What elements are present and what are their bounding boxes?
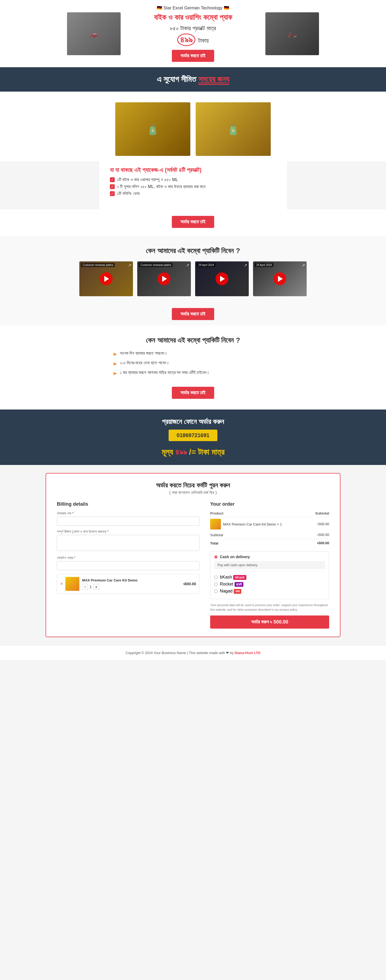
package-item-2: ২ টি সুপার পলিশ ২৫০ ML, বাইক ও কার উভয়ে… xyxy=(117,184,205,189)
phone-input[interactable] xyxy=(57,561,199,570)
package-heading: যা যা থাকছে এই প্যাকেজ-এ (সর্বমট ৪টি প্র… xyxy=(110,167,276,173)
hero-price-offer: ৪৯৯ xyxy=(177,33,195,46)
rocket-row: Rocket রকেট xyxy=(214,582,325,587)
nagad-radio[interactable] xyxy=(214,590,218,593)
video-grid: Customer reviewat pabha ↗ Customer revie… xyxy=(5,261,381,296)
why-heading-2: কেন আমাদের এই কম্বো প্যাকিটি নিবেন ? xyxy=(5,336,381,344)
bullet-icon-2: ➤ xyxy=(113,361,117,367)
hero-image-left: 🚗 xyxy=(67,12,121,55)
total-row: Total ৳500.00 xyxy=(210,539,329,547)
price-unit: টাকায় xyxy=(198,37,209,44)
qty-increase-button[interactable]: + xyxy=(93,584,99,590)
privacy-note: Your personal data will be used to proce… xyxy=(210,603,329,612)
phone-label: মোবাইল নম্বর * xyxy=(57,556,199,560)
benefit-item-3: ➤ ১ বার ব্যবহার করলে আপনার গাড়ির যাত্রে… xyxy=(113,370,273,377)
flag-right-icon: 🇩🇪 xyxy=(224,6,229,10)
order-item-name-text: MAX Premium Car Care Kit Demo xyxy=(223,522,276,526)
benefit-text-3: ১ বার ব্যবহার করলে আপনার গাড়ির যাত্রে স… xyxy=(120,370,209,375)
share-icon-1[interactable]: ↗ xyxy=(128,263,131,267)
cash-on-delivery-radio[interactable] xyxy=(214,555,218,559)
package-title-highlight: (সর্বমট ৪টি প্রডাক্ট) xyxy=(165,167,202,173)
total-label: Total xyxy=(210,539,309,547)
hero-price-line: ৮৫০ টাকার প্রডাক্ট মাত্র xyxy=(126,25,260,32)
play-button-2[interactable] xyxy=(158,272,171,285)
package-item-3: ১টি পলিশিং ফোম xyxy=(117,191,140,196)
phone-number[interactable]: 01869721691 xyxy=(169,430,217,441)
order-item-label: MAX Premium Car Care Kit Demo × 1 xyxy=(223,522,282,526)
hero-image-right: 🏍️ xyxy=(265,12,319,55)
benefit-item-1: ➤ অনেক দিন ব্যবহার করতে পারবেন। xyxy=(113,351,273,357)
list-item: ✓ ১টি বাইক ও কার ওয়াসার শ্যাম্পু = ৫৫০ … xyxy=(110,177,276,182)
package-title-normal: যা যা থাকছে এই প্যাকেজ-এ xyxy=(110,167,163,173)
payment-options: Cash on delivery Pay with cash upon deli… xyxy=(210,551,329,599)
package-items-list: ✓ ১টি বাইক ও কার ওয়াসার শ্যাম্পু = ৫৫০ … xyxy=(110,177,276,196)
name-label: নামকরার নাম * xyxy=(57,511,199,515)
address-input[interactable] xyxy=(57,535,199,551)
rocket-radio[interactable] xyxy=(214,582,218,586)
why-cta-button-2[interactable]: অর্ডার করতে চাই xyxy=(172,387,214,399)
check-icon-1: ✓ xyxy=(110,177,115,182)
price-display: মূল্য ৪৯৯ /= টাকা মাত্র xyxy=(5,447,381,457)
col-product-header: Product xyxy=(210,511,309,517)
share-icon-4[interactable]: ↗ xyxy=(302,263,305,267)
bkash-label: bKash bKash xyxy=(220,575,246,579)
order-box: অর্ডার করতে নিচের ফর্মটি পুরন করুন ( সার… xyxy=(46,473,340,637)
submit-order-button[interactable]: অর্ডার করুন ৳ 500.00 xyxy=(210,616,329,628)
name-input[interactable] xyxy=(57,517,199,526)
price-suffix: /= টাকা মাত্র xyxy=(189,447,224,457)
nagad-logo: নগদ xyxy=(234,589,241,594)
play-button-1[interactable] xyxy=(100,272,113,285)
video-thumb-4[interactable]: 29 April 2024 ↗ xyxy=(253,261,307,296)
flag-left-icon: 🇩🇪 xyxy=(157,6,162,10)
package-info-section: যা যা থাকছে এই প্যাকেজ-এ (সর্বমট ৪টি প্র… xyxy=(99,161,287,210)
hero-price-offer-wrap: ৪৯৯ টাকায় xyxy=(126,33,260,46)
product-images-section: 🧴 🧴 xyxy=(0,92,386,161)
address-label: সম্পূর্ণ ঠিকানা (জেলা ও থানা উল্লেখ করবে… xyxy=(57,530,199,534)
qty-decrease-button[interactable]: − xyxy=(82,584,88,590)
cart-item-price: ৳500.00 xyxy=(183,582,196,586)
hero-cta-button[interactable]: অর্ডার করতে চাই xyxy=(172,50,214,62)
cash-delivery-note: Pay with cash upon delivery. xyxy=(214,561,325,569)
video-thumb-1[interactable]: Customer reviewat pabha ↗ xyxy=(79,261,133,296)
col-subtotal-header: Subtotal xyxy=(310,511,329,517)
cart-qty-controls: − 1 + xyxy=(82,584,180,590)
price-label: মূল্য xyxy=(162,447,173,457)
nagad-row: Nagad নগদ xyxy=(214,589,325,593)
package-item-1: ১টি বাইক ও কার ওয়াসার শ্যাম্পু = ৫৫০ ML xyxy=(117,177,178,182)
cart-remove-icon[interactable]: × xyxy=(60,581,63,586)
package-cta-button[interactable]: অর্ডার করতে চাই xyxy=(172,216,214,228)
list-item: ✓ ২ টি সুপার পলিশ ২৫০ ML, বাইক ও কার উভয… xyxy=(110,184,276,189)
billing-title: Billing details xyxy=(57,501,199,507)
check-icon-2: ✓ xyxy=(110,184,115,189)
share-icon-2[interactable]: ↗ xyxy=(186,263,189,267)
play-button-4[interactable] xyxy=(273,272,286,285)
benefits-section: কেন আমাদের এই কম্বো প্যাকিটি নিবেন ? ➤ অ… xyxy=(0,325,386,409)
product-image-1: 🧴 xyxy=(115,102,190,156)
share-icon-3[interactable]: ↗ xyxy=(244,263,247,267)
order-form-section: অর্ডার করতে নিচের ফর্মটি পুরন করুন ( সার… xyxy=(0,465,386,645)
video-thumb-2[interactable]: Customer reviewat pabha ↗ xyxy=(137,261,191,296)
cart-item-info: MAX Premium Car Care Kit Demo − 1 + xyxy=(82,578,180,590)
video-label-2: Customer reviewat pabha xyxy=(139,263,172,267)
cart-item-image xyxy=(65,577,79,591)
order-item-subtotal: ৳500.00 xyxy=(310,517,329,531)
total-value: ৳500.00 xyxy=(310,539,329,547)
play-button-3[interactable] xyxy=(215,272,228,285)
subtotal-row: Subtotal ৳500.00 xyxy=(210,531,329,539)
bkash-radio[interactable] xyxy=(214,576,218,579)
cart-item-name: MAX Premium Car Care Kit Demo xyxy=(82,578,180,582)
video-label-3: 29 April 2024 xyxy=(197,263,215,267)
why-cta-button-1[interactable]: অর্ডার করতে চাই xyxy=(172,308,214,320)
footer-text: Copyright © 2024 Your Business Name | Th… xyxy=(126,651,233,655)
product-image-2: 🧴 xyxy=(196,102,271,156)
bkash-row: bKash bKash xyxy=(214,575,325,579)
name-field-wrap: নামকরার নাম * xyxy=(57,511,199,526)
order-summary-table: Product Subtotal MAX Premium Car Care Ki… xyxy=(210,511,329,547)
subtotal-value: ৳500.00 xyxy=(310,531,329,539)
subtotal-label: Subtotal xyxy=(210,531,309,539)
video-thumb-3[interactable]: 29 April 2024 ↗ xyxy=(195,261,249,296)
nagad-label: Nagad নগদ xyxy=(220,589,241,593)
footer-brand: Diana-Host LTD xyxy=(234,651,260,655)
hero-center: 🇩🇪 Star Excel German Technology 🇩🇪 বাইক … xyxy=(126,5,260,62)
hero-section: 🚗 🇩🇪 Star Excel German Technology 🇩🇪 বাই… xyxy=(0,0,386,67)
